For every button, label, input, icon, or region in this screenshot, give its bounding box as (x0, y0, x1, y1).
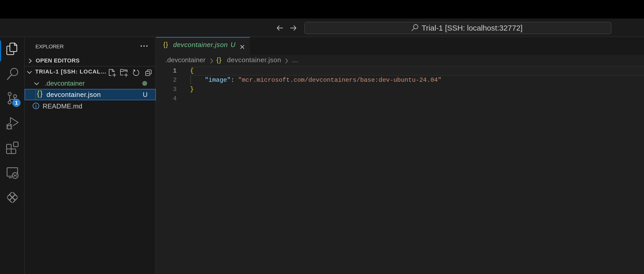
svg-text:i: i (35, 103, 36, 109)
